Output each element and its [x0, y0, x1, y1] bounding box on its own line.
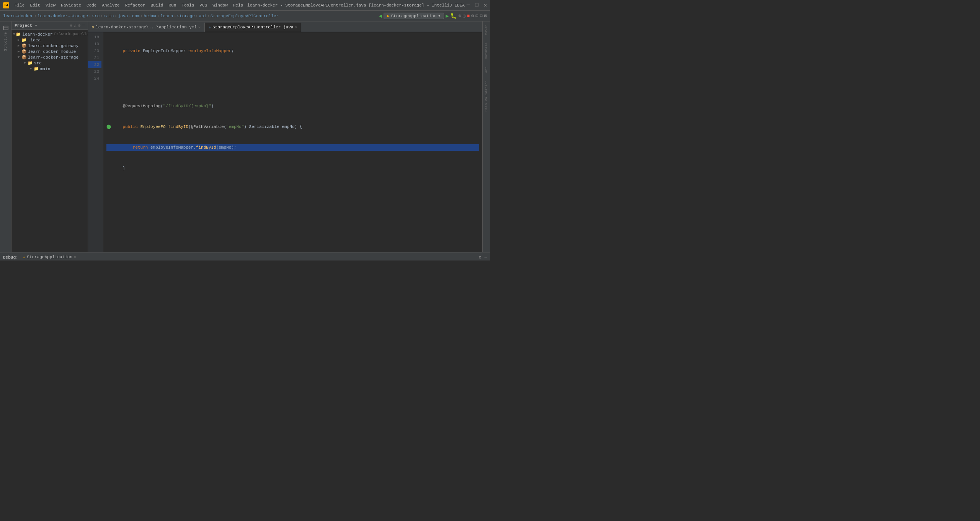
tree-root-path: D:\workspace\learn-docker: [54, 32, 88, 36]
breadcrumb-item-8[interactable]: storage: [177, 14, 195, 18]
debug-session-close[interactable]: ✕: [74, 255, 76, 259]
code-line-18: private EmployeInfoMapper employeInfoMap…: [106, 48, 479, 54]
close-button[interactable]: ✕: [484, 2, 487, 8]
nav-back-icon[interactable]: ◀: [379, 13, 382, 19]
breadcrumb-sep-6: ›: [157, 14, 160, 18]
line-num-23: 23: [88, 68, 101, 75]
main-layout: Structure Project ▾ ⊕ ⇄ ⚙ ─ ▼ 📁 learn-do…: [0, 21, 490, 252]
rs-ant-label[interactable]: Ant: [484, 65, 489, 74]
breadcrumb-sep-2: ›: [100, 14, 103, 18]
menu-item-file[interactable]: File: [12, 2, 27, 8]
panel-sync-icon[interactable]: ⇄: [74, 23, 77, 28]
tab-java[interactable]: ☕ StorageEmployeAPIController.java ✕: [205, 23, 301, 32]
code-line-23: }: [106, 165, 479, 172]
tree-item-src[interactable]: ▼ 📁 src: [11, 60, 88, 66]
title-left: IJ FileEditViewNavigateCodeAnalyzeRefact…: [3, 2, 245, 8]
menu-item-analyze[interactable]: Analyze: [100, 2, 122, 8]
menu-item-code[interactable]: Code: [84, 2, 99, 8]
breadcrumb-item-1[interactable]: learn-docker-storage: [38, 14, 88, 18]
tree-item-gateway[interactable]: ▶ 📦 learn-docker-gateway: [11, 43, 88, 49]
tree-module-label: learn-docker-module: [28, 49, 76, 54]
debug-run-button[interactable]: 🐛: [450, 13, 457, 19]
coverage-button[interactable]: ⊙: [458, 13, 461, 19]
breadcrumb-sep-1: ›: [89, 14, 91, 18]
rs-maven-label[interactable]: Maven: [484, 23, 489, 36]
maximize-button[interactable]: □: [475, 2, 478, 8]
editor-area: ⚙ learn-docker-storage\...\application.y…: [88, 21, 482, 252]
menu-item-navigate[interactable]: Navigate: [59, 2, 83, 8]
toolbar-run2[interactable]: ⊞: [475, 13, 478, 19]
title-bar: IJ FileEditViewNavigateCodeAnalyzeRefact…: [0, 0, 490, 11]
tree-item-module[interactable]: ▶ 📦 learn-docker-module: [11, 49, 88, 54]
app-icon: IJ: [3, 2, 9, 8]
run-config-chevron[interactable]: ▾: [438, 13, 441, 18]
rs-bean-validation-label[interactable]: Bean Validation: [484, 79, 489, 113]
stop-button[interactable]: ■: [467, 13, 470, 19]
breadcrumb-item-9[interactable]: api: [199, 14, 206, 18]
menu-item-tools[interactable]: Tools: [179, 2, 196, 8]
line-num-24: 24: [88, 75, 101, 82]
panel-settings-icon[interactable]: ⚙: [78, 23, 81, 28]
code-gutter-21: ⬤: [106, 123, 113, 130]
line-num-22: 22: [88, 61, 101, 68]
tree-item-idea[interactable]: ▶ 📁 .idea: [11, 37, 88, 43]
menu-item-help[interactable]: Help: [231, 2, 245, 8]
menu-item-view[interactable]: View: [43, 2, 58, 8]
breadcrumb-item-2[interactable]: src: [92, 14, 100, 18]
run-controls[interactable]: ◀ ▶ StorageApplication ▾ ▶ 🐛 ⊙ ◎ ■ ⚙ ⊞ ⊟…: [379, 13, 487, 19]
sidebar-project-icon[interactable]: [1, 23, 11, 33]
panel-icons[interactable]: ⊕ ⇄ ⚙ ─: [70, 23, 85, 28]
tree-item-main[interactable]: ▼ 📁 main: [11, 66, 88, 72]
debug-session-label: StorageApplication: [27, 255, 72, 259]
tree-gateway-label: learn-docker-gateway: [28, 44, 78, 48]
menu-item-build[interactable]: Build: [148, 2, 165, 8]
breadcrumb-item-10[interactable]: StorageEmployeAPIController: [211, 14, 279, 18]
debug-hide-icon[interactable]: ─: [484, 255, 487, 260]
tab-yaml-close[interactable]: ✕: [198, 25, 201, 29]
menu-item-window[interactable]: Window: [210, 2, 230, 8]
tab-yaml[interactable]: ⚙ learn-docker-storage\...\application.y…: [88, 23, 205, 32]
window-title: learn-docker - StorageEmployeAPIControll…: [247, 3, 465, 8]
tab-java-close[interactable]: ✕: [295, 25, 297, 29]
left-sidebar: Structure: [0, 21, 11, 252]
tree-item-root[interactable]: ▼ 📁 learn-docker D:\workspace\learn-dock…: [11, 31, 88, 37]
panel-add-icon[interactable]: ⊕: [70, 23, 73, 28]
breadcrumb-item-0[interactable]: learn-docker: [3, 14, 33, 18]
tree-idea-label: .idea: [28, 38, 41, 43]
breadcrumb-item-5[interactable]: com: [132, 14, 140, 18]
code-content[interactable]: private EmployeInfoMapper employeInfoMap…: [103, 32, 482, 252]
breadcrumb-sep-0: ›: [34, 14, 37, 18]
tree-storage-label: learn-docker-storage: [28, 55, 78, 60]
tree-src-label: src: [34, 61, 42, 66]
run-button[interactable]: ▶: [446, 13, 449, 19]
menu-item-run[interactable]: Run: [166, 2, 178, 8]
toolbar-settings[interactable]: ⊠: [484, 13, 487, 19]
code-area: 18 19 20 21 22 23 24 private EmployeInfo…: [88, 32, 482, 252]
menu-item-vcs[interactable]: VCS: [197, 2, 209, 8]
toolbar-update[interactable]: ⊟: [480, 13, 483, 19]
tab-java-label: StorageEmployeAPIController.java: [212, 25, 293, 29]
breadcrumb-item-7[interactable]: learn: [160, 14, 173, 18]
run-config-dropdown[interactable]: ▶ StorageApplication ▾: [384, 13, 444, 19]
code-line-21: ⬤ public EmployeePO findByID(@PathVariab…: [106, 123, 479, 130]
project-tree: ▼ 📁 learn-docker D:\workspace\learn-dock…: [11, 30, 88, 252]
rs-database-label[interactable]: Database: [484, 41, 489, 61]
debug-session-tab[interactable]: ☕ StorageApplication ✕: [21, 253, 78, 261]
menu-item-edit[interactable]: Edit: [28, 2, 42, 8]
menu-bar[interactable]: FileEditViewNavigateCodeAnalyzeRefactorB…: [12, 2, 245, 8]
minimize-button[interactable]: ─: [467, 2, 470, 8]
profile-button[interactable]: ◎: [463, 13, 466, 19]
tree-item-storage[interactable]: ▼ 📦 learn-docker-storage: [11, 54, 88, 60]
breadcrumb-item-3[interactable]: main: [104, 14, 114, 18]
toolbar-more[interactable]: ⚙: [471, 13, 474, 19]
breadcrumb-item-4[interactable]: java: [118, 14, 128, 18]
tree-main-label: main: [40, 67, 50, 71]
debug-settings-icon[interactable]: ⚙: [479, 255, 482, 260]
window-controls[interactable]: ─ □ ✕: [467, 2, 487, 8]
breadcrumb-item-6[interactable]: heima: [144, 14, 156, 18]
run-config-label: StorageApplication: [391, 14, 437, 18]
panel-collapse-icon[interactable]: ─: [82, 23, 85, 28]
sidebar-structure-label[interactable]: Structure: [1, 37, 11, 47]
menu-item-refactor[interactable]: Refactor: [123, 2, 148, 8]
breadcrumb: learn-docker › learn-docker-storage › sr…: [3, 14, 377, 18]
